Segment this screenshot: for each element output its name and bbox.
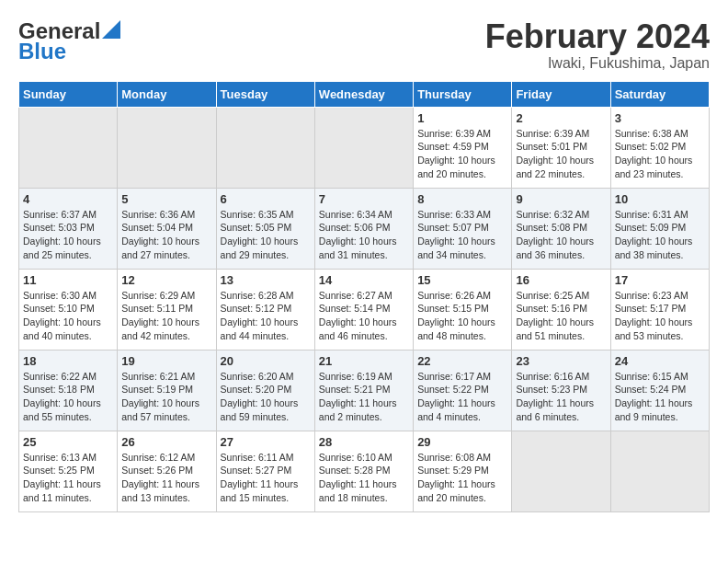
calendar-cell bbox=[610, 431, 709, 511]
title-area: February 2024 Iwaki, Fukushima, Japan bbox=[485, 18, 710, 72]
day-info: Sunrise: 6:25 AM Sunset: 5:16 PM Dayligh… bbox=[516, 289, 606, 343]
calendar-cell: 22Sunrise: 6:17 AM Sunset: 5:22 PM Dayli… bbox=[414, 350, 512, 431]
day-info: Sunrise: 6:23 AM Sunset: 5:17 PM Dayligh… bbox=[615, 289, 705, 343]
logo-icon bbox=[102, 20, 120, 39]
day-info: Sunrise: 6:17 AM Sunset: 5:22 PM Dayligh… bbox=[417, 370, 507, 424]
calendar-week-row: 4Sunrise: 6:37 AM Sunset: 5:03 PM Daylig… bbox=[19, 188, 710, 269]
day-number: 18 bbox=[23, 354, 113, 368]
day-number: 14 bbox=[319, 273, 409, 287]
day-info: Sunrise: 6:36 AM Sunset: 5:04 PM Dayligh… bbox=[121, 208, 211, 262]
calendar-cell: 6Sunrise: 6:35 AM Sunset: 5:05 PM Daylig… bbox=[216, 188, 314, 269]
calendar-cell: 4Sunrise: 6:37 AM Sunset: 5:03 PM Daylig… bbox=[19, 188, 118, 269]
day-number: 12 bbox=[121, 273, 211, 287]
calendar-cell: 16Sunrise: 6:25 AM Sunset: 5:16 PM Dayli… bbox=[512, 269, 610, 350]
day-info: Sunrise: 6:08 AM Sunset: 5:29 PM Dayligh… bbox=[417, 451, 507, 505]
day-number: 26 bbox=[121, 435, 211, 449]
calendar-cell: 11Sunrise: 6:30 AM Sunset: 5:10 PM Dayli… bbox=[19, 269, 118, 350]
calendar-cell: 9Sunrise: 6:32 AM Sunset: 5:08 PM Daylig… bbox=[512, 188, 610, 269]
day-info: Sunrise: 6:15 AM Sunset: 5:24 PM Dayligh… bbox=[615, 370, 705, 424]
calendar-cell: 21Sunrise: 6:19 AM Sunset: 5:21 PM Dayli… bbox=[314, 350, 413, 431]
day-of-week-header: Thursday bbox=[414, 81, 512, 107]
calendar-cell: 1Sunrise: 6:39 AM Sunset: 4:59 PM Daylig… bbox=[414, 107, 512, 188]
day-of-week-header: Tuesday bbox=[216, 81, 314, 107]
day-number: 22 bbox=[417, 354, 507, 368]
calendar-cell: 3Sunrise: 6:38 AM Sunset: 5:02 PM Daylig… bbox=[610, 107, 709, 188]
day-number: 25 bbox=[23, 435, 113, 449]
day-info: Sunrise: 6:16 AM Sunset: 5:23 PM Dayligh… bbox=[516, 370, 606, 424]
logo-blue: Blue bbox=[18, 39, 66, 64]
day-info: Sunrise: 6:26 AM Sunset: 5:15 PM Dayligh… bbox=[417, 289, 507, 343]
calendar-cell bbox=[216, 107, 314, 188]
day-number: 21 bbox=[319, 354, 409, 368]
calendar-week-row: 11Sunrise: 6:30 AM Sunset: 5:10 PM Dayli… bbox=[19, 269, 710, 350]
day-info: Sunrise: 6:33 AM Sunset: 5:07 PM Dayligh… bbox=[417, 208, 507, 262]
day-number: 29 bbox=[417, 435, 507, 449]
day-info: Sunrise: 6:39 AM Sunset: 5:01 PM Dayligh… bbox=[516, 127, 606, 181]
calendar-cell: 17Sunrise: 6:23 AM Sunset: 5:17 PM Dayli… bbox=[610, 269, 709, 350]
day-of-week-header: Friday bbox=[512, 81, 610, 107]
day-number: 19 bbox=[121, 354, 211, 368]
day-info: Sunrise: 6:20 AM Sunset: 5:20 PM Dayligh… bbox=[221, 370, 311, 424]
calendar-cell: 23Sunrise: 6:16 AM Sunset: 5:23 PM Dayli… bbox=[512, 350, 610, 431]
calendar-cell bbox=[19, 107, 118, 188]
calendar-cell: 24Sunrise: 6:15 AM Sunset: 5:24 PM Dayli… bbox=[610, 350, 709, 431]
day-number: 24 bbox=[615, 354, 705, 368]
calendar-body: 1Sunrise: 6:39 AM Sunset: 4:59 PM Daylig… bbox=[19, 107, 710, 511]
calendar-week-row: 25Sunrise: 6:13 AM Sunset: 5:25 PM Dayli… bbox=[19, 431, 710, 511]
calendar-cell: 8Sunrise: 6:33 AM Sunset: 5:07 PM Daylig… bbox=[414, 188, 512, 269]
day-info: Sunrise: 6:39 AM Sunset: 4:59 PM Dayligh… bbox=[417, 127, 507, 181]
day-info: Sunrise: 6:38 AM Sunset: 5:02 PM Dayligh… bbox=[615, 127, 705, 181]
day-info: Sunrise: 6:11 AM Sunset: 5:27 PM Dayligh… bbox=[221, 451, 311, 505]
location: Iwaki, Fukushima, Japan bbox=[485, 55, 710, 72]
day-info: Sunrise: 6:22 AM Sunset: 5:18 PM Dayligh… bbox=[23, 370, 113, 424]
day-info: Sunrise: 6:34 AM Sunset: 5:06 PM Dayligh… bbox=[319, 208, 409, 262]
calendar-cell: 13Sunrise: 6:28 AM Sunset: 5:12 PM Dayli… bbox=[216, 269, 314, 350]
day-number: 13 bbox=[221, 273, 311, 287]
day-number: 16 bbox=[516, 273, 606, 287]
day-of-week-header: Wednesday bbox=[314, 81, 413, 107]
calendar-cell: 26Sunrise: 6:12 AM Sunset: 5:26 PM Dayli… bbox=[118, 431, 216, 511]
day-of-week-header: Monday bbox=[118, 81, 216, 107]
day-number: 5 bbox=[121, 192, 211, 206]
day-number: 8 bbox=[417, 192, 507, 206]
day-number: 20 bbox=[221, 354, 311, 368]
day-number: 15 bbox=[417, 273, 507, 287]
day-number: 23 bbox=[516, 354, 606, 368]
day-info: Sunrise: 6:19 AM Sunset: 5:21 PM Dayligh… bbox=[319, 370, 409, 424]
days-of-week-row: SundayMondayTuesdayWednesdayThursdayFrid… bbox=[19, 81, 710, 107]
day-info: Sunrise: 6:37 AM Sunset: 5:03 PM Dayligh… bbox=[23, 208, 113, 262]
calendar-week-row: 18Sunrise: 6:22 AM Sunset: 5:18 PM Dayli… bbox=[19, 350, 710, 431]
calendar-cell: 7Sunrise: 6:34 AM Sunset: 5:06 PM Daylig… bbox=[314, 188, 413, 269]
calendar-cell: 20Sunrise: 6:20 AM Sunset: 5:20 PM Dayli… bbox=[216, 350, 314, 431]
calendar-header: SundayMondayTuesdayWednesdayThursdayFrid… bbox=[19, 81, 710, 107]
calendar-cell: 14Sunrise: 6:27 AM Sunset: 5:14 PM Dayli… bbox=[314, 269, 413, 350]
day-of-week-header: Saturday bbox=[610, 81, 709, 107]
day-number: 1 bbox=[417, 111, 507, 125]
calendar-cell bbox=[512, 431, 610, 511]
day-info: Sunrise: 6:27 AM Sunset: 5:14 PM Dayligh… bbox=[319, 289, 409, 343]
day-info: Sunrise: 6:35 AM Sunset: 5:05 PM Dayligh… bbox=[221, 208, 311, 262]
day-number: 2 bbox=[516, 111, 606, 125]
day-info: Sunrise: 6:21 AM Sunset: 5:19 PM Dayligh… bbox=[121, 370, 211, 424]
day-info: Sunrise: 6:29 AM Sunset: 5:11 PM Dayligh… bbox=[121, 289, 211, 343]
svg-marker-0 bbox=[102, 20, 120, 39]
day-info: Sunrise: 6:28 AM Sunset: 5:12 PM Dayligh… bbox=[221, 289, 311, 343]
day-number: 3 bbox=[615, 111, 705, 125]
calendar-cell: 12Sunrise: 6:29 AM Sunset: 5:11 PM Dayli… bbox=[118, 269, 216, 350]
calendar-cell: 27Sunrise: 6:11 AM Sunset: 5:27 PM Dayli… bbox=[216, 431, 314, 511]
day-number: 11 bbox=[23, 273, 113, 287]
calendar-cell: 25Sunrise: 6:13 AM Sunset: 5:25 PM Dayli… bbox=[19, 431, 118, 511]
calendar-cell: 28Sunrise: 6:10 AM Sunset: 5:28 PM Dayli… bbox=[314, 431, 413, 511]
day-number: 6 bbox=[221, 192, 311, 206]
day-number: 10 bbox=[615, 192, 705, 206]
calendar-cell bbox=[314, 107, 413, 188]
day-number: 7 bbox=[319, 192, 409, 206]
calendar-cell: 19Sunrise: 6:21 AM Sunset: 5:19 PM Dayli… bbox=[118, 350, 216, 431]
day-info: Sunrise: 6:12 AM Sunset: 5:26 PM Dayligh… bbox=[121, 451, 211, 505]
day-info: Sunrise: 6:31 AM Sunset: 5:09 PM Dayligh… bbox=[615, 208, 705, 262]
day-info: Sunrise: 6:13 AM Sunset: 5:25 PM Dayligh… bbox=[23, 451, 113, 505]
calendar-cell: 5Sunrise: 6:36 AM Sunset: 5:04 PM Daylig… bbox=[118, 188, 216, 269]
calendar-cell bbox=[118, 107, 216, 188]
calendar-table: SundayMondayTuesdayWednesdayThursdayFrid… bbox=[18, 81, 710, 512]
month-title: February 2024 bbox=[485, 18, 710, 55]
